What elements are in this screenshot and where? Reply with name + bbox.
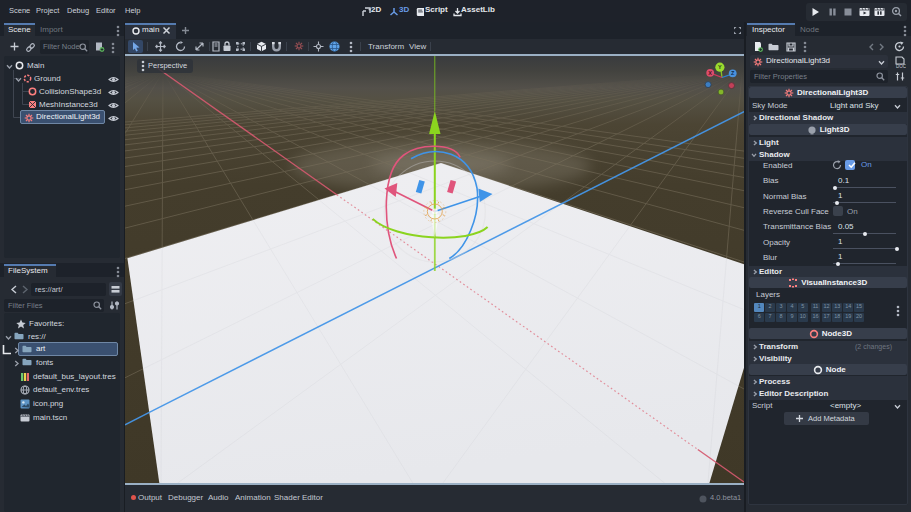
svg-text:DOC: DOC	[896, 64, 906, 69]
svg-text:Y: Y	[718, 64, 722, 70]
svg-text:X: X	[708, 70, 712, 76]
